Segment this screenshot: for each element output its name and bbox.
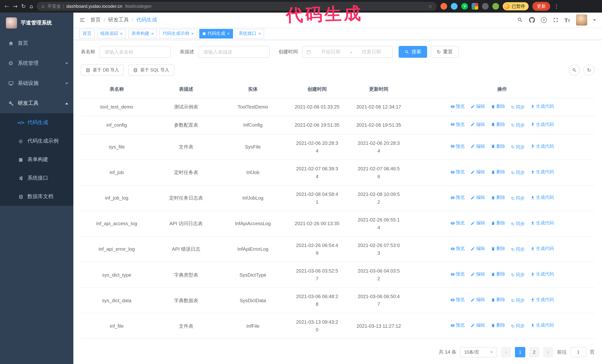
preview-action[interactable]: 预览 <box>450 245 465 252</box>
delete-action[interactable]: 删除 <box>491 245 505 252</box>
sync-action[interactable]: ↻同步 <box>511 297 525 304</box>
sync-action[interactable]: ↻同步 <box>511 169 525 177</box>
edit-action[interactable]: 编辑 <box>471 194 485 201</box>
reset-button[interactable]: ↻ 重置 <box>431 46 459 58</box>
update-button[interactable]: 更新 <box>533 2 550 11</box>
sidebar-item-system[interactable]: ⚙ 系统管理 <box>0 53 73 73</box>
delete-action[interactable]: 删除 <box>491 121 505 128</box>
edit-action[interactable]: 编辑 <box>471 322 485 329</box>
preview-action[interactable]: 预览 <box>450 271 465 278</box>
preview-action[interactable]: 预览 <box>450 143 465 150</box>
generate-code-action[interactable]: 生成代码 <box>530 296 554 304</box>
page-button-1[interactable]: 1 <box>515 347 525 357</box>
reload-icon[interactable]: ↻ <box>21 3 26 9</box>
url-bar[interactable]: ⚠ 不安全 dashboard.yudao.iocoder.cn /tool/c… <box>37 2 437 11</box>
delete-action[interactable]: 删除 <box>491 271 505 278</box>
edit-action[interactable]: 编辑 <box>471 103 485 110</box>
sync-action[interactable]: ↻同步 <box>511 195 525 202</box>
generate-code-action[interactable]: 生成代码 <box>530 245 554 252</box>
sidebar-item-codegen[interactable]: </> 代码生成 <box>0 113 73 132</box>
tab-form-builder[interactable]: 表单构建 × <box>128 29 157 38</box>
edit-action[interactable]: 编辑 <box>471 219 485 227</box>
edit-action[interactable]: 编辑 <box>471 168 485 176</box>
bookmark-star-icon[interactable]: ☆ <box>428 3 432 9</box>
prev-page-button[interactable]: ‹ <box>501 347 511 357</box>
preview-action[interactable]: 预览 <box>450 103 465 110</box>
create-time-range-picker[interactable]: 开始日期 - 结束日期 <box>302 46 393 58</box>
delete-action[interactable]: 删除 <box>491 322 505 329</box>
extension-icon[interactable] <box>451 3 458 10</box>
import-sql-button[interactable]: 基于 SQL 导入 <box>128 64 174 75</box>
sidebar-toggle-icon[interactable] <box>79 17 85 23</box>
goto-page-input[interactable] <box>570 347 586 357</box>
generate-code-action[interactable]: 生成代码 <box>530 143 554 150</box>
tab-trace[interactable]: 链路追踪 × <box>97 29 126 38</box>
extension-icon[interactable] <box>493 3 499 10</box>
avatar-caret-icon[interactable] <box>593 19 596 21</box>
close-icon[interactable]: × <box>227 31 230 36</box>
sidebar-item-form-builder[interactable]: ▦ 表单构建 <box>0 150 73 169</box>
preview-action[interactable]: 预览 <box>450 194 465 201</box>
generate-code-action[interactable]: 生成代码 <box>530 121 554 128</box>
table-name-input[interactable] <box>100 46 171 58</box>
delete-action[interactable]: 删除 <box>491 143 505 150</box>
extension-icon[interactable] <box>472 3 478 10</box>
page-button-2[interactable]: 2 <box>529 347 539 357</box>
edit-action[interactable]: 编辑 <box>471 296 485 304</box>
preview-action[interactable]: 预览 <box>450 121 465 128</box>
sidebar-item-codegen-demo[interactable]: ◎ 代码生成示例 <box>0 132 73 150</box>
fullscreen-icon[interactable] <box>553 17 559 23</box>
browser-menu-icon[interactable]: ⋮ <box>554 3 559 9</box>
toggle-search-button[interactable] <box>569 64 580 75</box>
tab-codegen[interactable]: 代码生成 × <box>199 29 233 38</box>
sync-action[interactable]: ↻同步 <box>511 246 525 253</box>
breadcrumb-home[interactable]: 首页 <box>90 17 101 23</box>
close-icon[interactable]: × <box>258 31 261 36</box>
close-icon[interactable]: × <box>120 31 123 36</box>
sync-action[interactable]: ↻同步 <box>511 220 525 228</box>
extension-icon[interactable]: V <box>462 3 468 10</box>
edit-action[interactable]: 编辑 <box>471 121 485 128</box>
user-avatar[interactable] <box>576 14 587 26</box>
forward-icon[interactable]: → <box>13 3 17 9</box>
search-icon[interactable] <box>517 17 523 23</box>
next-page-button[interactable]: › <box>543 347 553 357</box>
delete-action[interactable]: 删除 <box>491 103 505 110</box>
delete-action[interactable]: 删除 <box>491 219 505 227</box>
preview-action[interactable]: 预览 <box>450 168 465 176</box>
generate-code-action[interactable]: 生成代码 <box>530 322 554 329</box>
breadcrumb-devtools[interactable]: 研发工具 <box>108 17 129 23</box>
generate-code-action[interactable]: 生成代码 <box>530 168 554 176</box>
puzzle-extension-icon[interactable] <box>482 3 489 10</box>
generate-code-action[interactable]: 生成代码 <box>530 194 554 201</box>
generate-code-action[interactable]: 生成代码 <box>530 219 554 227</box>
browser-home-icon[interactable]: ⌂ <box>30 3 33 9</box>
sync-action[interactable]: ↻同步 <box>511 144 525 151</box>
delete-action[interactable]: 删除 <box>491 194 505 201</box>
sidebar-item-home[interactable]: 首页 <box>0 33 73 53</box>
tab-codegen-demo[interactable]: 代码生成示例 × <box>159 29 197 38</box>
sidebar-item-devtools[interactable]: 研发工具 <box>0 93 73 113</box>
sync-action[interactable]: ↻同步 <box>511 323 525 330</box>
edit-action[interactable]: 编辑 <box>471 143 485 150</box>
delete-action[interactable]: 删除 <box>491 168 505 176</box>
edit-action[interactable]: 编辑 <box>471 245 485 252</box>
profile-paused-badge[interactable]: 已暂停 <box>503 2 529 10</box>
sync-action[interactable]: ↻同步 <box>511 271 525 279</box>
sync-action[interactable]: ↻同步 <box>511 122 525 129</box>
sidebar-item-db-doc[interactable]: 数据库文档 <box>0 187 73 206</box>
back-icon[interactable]: ← <box>4 3 9 9</box>
generate-code-action[interactable]: 生成代码 <box>530 103 554 110</box>
search-button[interactable]: 搜索 <box>399 46 427 58</box>
font-size-icon[interactable]: TT <box>564 17 570 23</box>
preview-action[interactable]: 预览 <box>450 219 465 227</box>
close-icon[interactable]: × <box>151 31 154 36</box>
tab-home[interactable]: 首页 <box>79 29 95 38</box>
sidebar-item-api[interactable]: 系统接口 <box>0 169 73 187</box>
sidebar-item-infra[interactable]: 基础设施 <box>0 73 73 93</box>
extension-icon[interactable] <box>441 3 447 10</box>
preview-action[interactable]: 预览 <box>450 296 465 304</box>
page-size-select[interactable]: 10条/页 <box>460 347 497 357</box>
table-desc-input[interactable] <box>199 46 270 58</box>
help-icon[interactable]: ? <box>541 17 547 23</box>
